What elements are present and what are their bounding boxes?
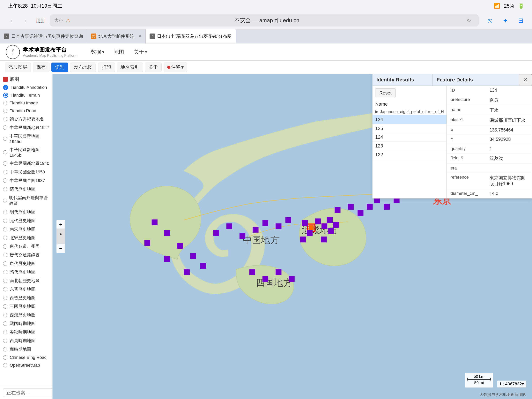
radio-dongjin[interactable] [3, 287, 7, 291]
tab-mirror-map[interactable]: Z 日本出土"瑞花双鸟八出菱花镜"分布图 [146, 29, 236, 43]
share-button[interactable]: ⎋ [485, 15, 495, 26]
radio-mingdai-yunnan[interactable] [3, 199, 7, 203]
radio-minguo1940[interactable] [3, 161, 7, 166]
zoom-out-button[interactable]: − [57, 244, 65, 253]
identify-id-row-123[interactable]: 123 [373, 142, 447, 150]
sidebar-item-qingdai[interactable]: 清代歷史地圖 [0, 185, 52, 193]
sidebar-item-tianditu-road[interactable]: Tianditu Road [0, 107, 52, 115]
radio-mingdai[interactable] [3, 210, 7, 214]
radio-xizhou[interactable] [3, 339, 7, 343]
radio-tianditu-road[interactable] [3, 109, 7, 113]
save-button[interactable]: 保存 [33, 63, 50, 72]
sidebar-item-tangdai-dao[interactable]: 唐代各道、州界 [0, 242, 52, 251]
nav-map[interactable]: 地图 [110, 47, 128, 57]
url-bar[interactable]: 大小 ⚠ 不安全 — amap.zju.edu.cn ↻ [50, 14, 479, 26]
radio-qingdai[interactable] [3, 187, 7, 191]
sidebar-item-minguo1945c[interactable]: 中華民國新地圖1945c [0, 132, 52, 146]
radio-chinese-bing-road[interactable] [3, 355, 7, 360]
sidebar-item-minguo1947[interactable]: 中華民國新地圖1947 [0, 123, 52, 132]
radio-minguo1945b[interactable] [3, 150, 7, 154]
sidebar-item-sanguo[interactable]: 三國歷史地圖 [0, 302, 52, 311]
identify-id-row-122[interactable]: 122 [373, 150, 447, 159]
radio-zhanguo[interactable] [3, 322, 7, 326]
radio-tianditu-image[interactable] [3, 101, 7, 105]
annotate-button[interactable]: 注释 ▾ [164, 63, 187, 72]
sidebar-item-xihan[interactable]: 西漢歷史地圖 [0, 311, 52, 319]
print-button[interactable]: 打印 [98, 63, 115, 72]
place-index-button[interactable]: 地名索引 [117, 63, 143, 72]
zoom-in-button[interactable]: + [57, 220, 65, 229]
radio-minguo1937[interactable] [3, 179, 7, 183]
sidebar-item-mingdai[interactable]: 明代歷史地圖 [0, 208, 52, 216]
radio-nanbei[interactable] [3, 279, 7, 283]
radio-xijin[interactable] [3, 296, 7, 300]
nav-data[interactable]: 数据 ▾ [87, 47, 108, 57]
sidebar-item-minguo1940[interactable]: 中華民國新地圖1940 [0, 159, 52, 168]
nav-about[interactable]: 关于 ▾ [130, 47, 151, 57]
radio-minguo1947[interactable] [3, 125, 7, 130]
tab-ancient-japan[interactable]: Z 日本古事记神话与历史事件定位查询 [0, 29, 87, 43]
bookmark-button[interactable]: 📖 [35, 15, 46, 26]
sidebar-item-tianditu-image[interactable]: Tianditu Image [0, 99, 52, 107]
radio-beisong[interactable] [3, 236, 7, 240]
body-area: 底图 Tianditu Annotation Tianditu Terrain … [0, 74, 532, 399]
radio-tangdai-traffic[interactable] [3, 253, 7, 257]
new-tab-button[interactable]: + [500, 15, 511, 26]
zoom-level-display[interactable]: 1 : 4367832 ▾ [497, 380, 526, 387]
identify-reset-button[interactable]: Reset [375, 89, 396, 97]
radio-dushi[interactable] [3, 117, 7, 121]
forward-button[interactable]: › [20, 15, 31, 26]
sidebar-item-beisong[interactable]: 北宋歷史地圖 [0, 234, 52, 242]
radio-chunqiu[interactable] [3, 330, 7, 334]
sidebar-item-dongjin[interactable]: 东晋歷史地圖 [0, 285, 52, 294]
radio-tangdai[interactable] [3, 261, 7, 266]
sidebar-item-minguo1945b[interactable]: 中華民國新地圖1945b [0, 146, 52, 159]
radio-sanguo[interactable] [3, 304, 7, 309]
identify-close-button[interactable]: ✕ [519, 74, 532, 85]
radio-tangdai-dao[interactable] [3, 244, 7, 249]
sidebar-item-tianditu-terrain[interactable]: Tianditu Terrain [0, 91, 52, 99]
sidebar-item-minguo1950[interactable]: 中華民國全圖1950 [0, 168, 52, 176]
sidebar-item-nansong[interactable]: 南宋歷史地圖 [0, 225, 52, 234]
sidebar-item-chunqiu[interactable]: 春秋時期地圖 [0, 328, 52, 336]
url-text: 不安全 — amap.zju.edu.cn [73, 17, 460, 24]
add-layer-button[interactable]: 添加图层 [5, 63, 31, 72]
back-button[interactable]: ‹ [6, 15, 17, 26]
tab-close-pku[interactable]: ✕ [138, 34, 142, 39]
tab-pku-mail[interactable]: @ 北京大学邮件系统 ✕ [87, 29, 146, 43]
sidebar-item-nanbei[interactable]: 南北朝歷史地圖 [0, 277, 52, 285]
sidebar-item-mingdai-yunnan[interactable]: 明代雲南外邊與軍管政區 [0, 193, 52, 208]
zoom-slider[interactable] [57, 229, 65, 244]
sidebar-item-zhanguo[interactable]: 戰國時期地圖 [0, 319, 52, 328]
sidebar-item-tangdai[interactable]: 唐代歷史地圖 [0, 259, 52, 268]
sidebar-item-xijin[interactable]: 西晋歷史地圖 [0, 294, 52, 302]
sidebar-item-suidai[interactable]: 隋代歷史地圖 [0, 268, 52, 277]
publish-button[interactable]: 发布地图 [70, 63, 96, 72]
identify-id-row-124[interactable]: 124 [373, 133, 447, 142]
radio-minguo1945c[interactable] [3, 137, 7, 141]
radio-xihan[interactable] [3, 313, 7, 317]
sidebar-item-minguo1937[interactable]: 中華民國全圖1937 [0, 176, 52, 185]
radio-yuandai[interactable] [3, 219, 7, 223]
radio-minguo1950[interactable] [3, 170, 7, 174]
identify-button[interactable]: 识别 [51, 63, 68, 72]
about-button[interactable]: 关于 [145, 63, 162, 72]
sidebar-item-tianditu-annotation[interactable]: Tianditu Annotation [0, 84, 52, 91]
sidebar-item-tangdai-traffic[interactable]: 唐代交通路線圖 [0, 251, 52, 259]
sidebar-item-chinese-bing-road[interactable]: Chinese Bing Road [0, 354, 52, 361]
radio-nansong[interactable] [3, 227, 7, 232]
tabs-overview-button[interactable]: ⊟ [515, 15, 526, 26]
sidebar-item-shang[interactable]: 商時期地圖 [0, 345, 52, 354]
sidebar-item-openstreetmap[interactable]: OpenStreetMap [0, 361, 52, 369]
radio-openstreetmap[interactable] [3, 363, 7, 367]
radio-shang[interactable] [3, 347, 7, 351]
identify-id-row-125[interactable]: 125 [373, 124, 447, 133]
sidebar-item-yuandai[interactable]: 元代歷史地圖 [0, 216, 52, 225]
map-area[interactable]: 中国地方 近畿地方 関東地方 四国地方 东京 [53, 74, 532, 399]
search-input[interactable] [3, 388, 53, 397]
sidebar-item-xizhou[interactable]: 西周時期地圖 [0, 336, 52, 345]
radio-suidai[interactable] [3, 270, 7, 274]
identify-id-row-134[interactable]: 134 [373, 115, 447, 124]
refresh-button[interactable]: ↻ [463, 15, 474, 26]
sidebar-item-dushi[interactable]: 讀史方輿紀要地名 [0, 115, 52, 123]
